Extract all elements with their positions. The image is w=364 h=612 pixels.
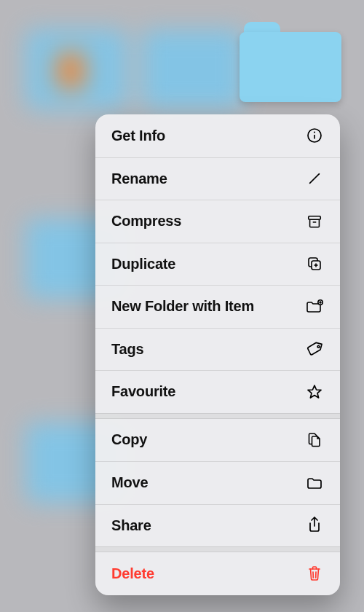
duplicate-icon (305, 254, 324, 273)
menu-item-copy[interactable]: Copy (95, 419, 340, 462)
svg-line-3 (310, 174, 320, 184)
menu-separator (95, 546, 340, 552)
folder-icon (305, 474, 324, 493)
menu-label: Move (111, 474, 148, 491)
menu-item-duplicate[interactable]: Duplicate (95, 243, 340, 286)
share-icon (305, 516, 324, 535)
doc-on-doc-icon (305, 431, 324, 450)
menu-label: Favourite (111, 383, 175, 400)
menu-item-tags[interactable]: Tags (95, 328, 340, 371)
menu-item-rename[interactable]: Rename (95, 157, 340, 200)
menu-item-move[interactable]: Move (95, 461, 340, 504)
menu-label: Rename (111, 170, 167, 187)
star-icon (305, 382, 324, 401)
menu-item-new-folder[interactable]: New Folder with Item (95, 285, 340, 328)
menu-label: Share (111, 517, 151, 534)
context-menu: Get Info Rename Compress Duplica (95, 114, 340, 595)
svg-point-2 (314, 132, 315, 133)
menu-item-favourite[interactable]: Favourite (95, 370, 340, 413)
menu-label: Compress (111, 213, 181, 230)
svg-marker-14 (308, 385, 321, 398)
menu-item-compress[interactable]: Compress (95, 200, 340, 243)
menu-item-delete[interactable]: Delete (95, 552, 340, 595)
tag-icon (305, 340, 324, 358)
menu-label: Duplicate (111, 256, 175, 272)
trash-icon (305, 564, 324, 583)
menu-label: Get Info (111, 128, 165, 144)
menu-separator (95, 413, 340, 419)
menu-label: Delete (111, 565, 154, 582)
new-folder-icon (305, 297, 324, 316)
menu-label: Copy (111, 431, 147, 448)
menu-item-share[interactable]: Share (95, 504, 340, 547)
svg-rect-4 (309, 216, 321, 219)
info-circle-icon (305, 126, 324, 145)
selected-folder[interactable] (240, 22, 341, 102)
menu-item-get-info[interactable]: Get Info (95, 114, 340, 157)
menu-label: Tags (111, 341, 143, 358)
archivebox-icon (305, 212, 324, 231)
pencil-icon (305, 169, 324, 188)
menu-label: New Folder with Item (111, 298, 254, 315)
svg-point-13 (317, 345, 320, 348)
